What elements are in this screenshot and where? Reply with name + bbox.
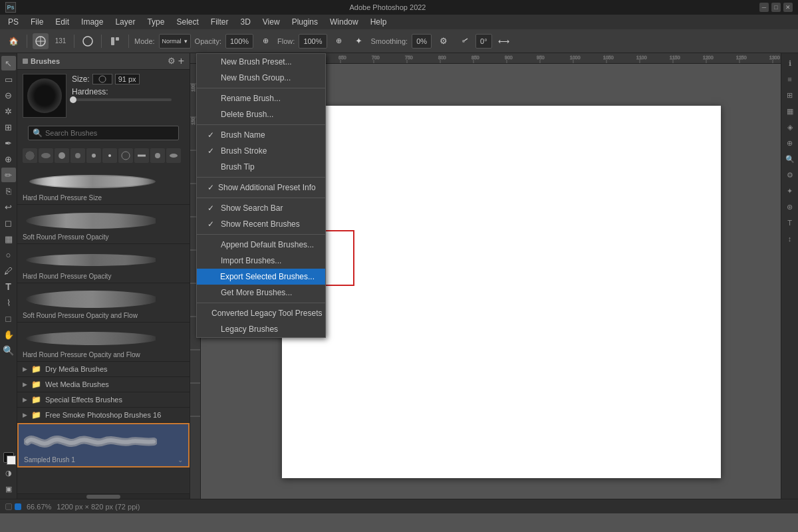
minimize-button[interactable]: ─ <box>759 3 769 12</box>
right-tool-10[interactable]: ⊛ <box>783 200 797 214</box>
ctx-delete-brush[interactable]: Delete Brush... <box>197 106 325 122</box>
lasso-tool[interactable]: ⊖ <box>1 88 16 102</box>
menu-image[interactable]: Image <box>76 16 108 28</box>
gradient-tool[interactable]: ▦ <box>1 231 16 246</box>
brush-icon-5[interactable] <box>86 148 101 163</box>
crop-tool[interactable]: ⊞ <box>1 120 16 134</box>
path-tool[interactable]: ⌇ <box>1 295 16 310</box>
brush-options-icon[interactable] <box>107 33 123 49</box>
angle-value[interactable]: 0° <box>475 34 492 49</box>
brush-item-5[interactable]: Hard Round Pressure Opacity and Flow <box>17 323 190 362</box>
right-tool-8[interactable]: ⚙ <box>783 168 797 182</box>
close-button[interactable]: ✕ <box>783 3 793 12</box>
brush-icon-1[interactable] <box>23 148 37 163</box>
magic-wand-tool[interactable]: ✲ <box>1 104 16 118</box>
menu-help[interactable]: Help <box>365 16 392 28</box>
ctx-rename-brush[interactable]: Rename Brush... <box>197 90 325 106</box>
menu-3d[interactable]: 3D <box>235 16 255 28</box>
brush-item-3[interactable]: Hard Round Pressure Opacity <box>17 244 190 283</box>
pen-tool[interactable]: 🖊 <box>1 263 16 278</box>
mode-dropdown[interactable]: Normal ▾ <box>159 34 191 49</box>
ctx-show-recent[interactable]: ✓ Show Recent Brushes <box>197 216 325 232</box>
hardness-track[interactable] <box>72 98 172 101</box>
brush-size-icon[interactable]: 131 <box>53 33 68 49</box>
right-tool-info[interactable]: ℹ <box>783 56 797 70</box>
brush-item-4[interactable]: Soft Round Pressure Opacity and Flow <box>17 283 190 323</box>
shape-tool[interactable]: □ <box>1 311 16 326</box>
ctx-brush-stroke[interactable]: ✓ Brush Stroke <box>197 143 325 159</box>
brush-icon-3[interactable] <box>55 148 69 163</box>
ctx-new-brush-group[interactable]: New Brush Group... <box>197 70 325 86</box>
clone-stamp-tool[interactable]: ⎘ <box>1 184 16 198</box>
opacity-pressure-icon[interactable]: ⊕ <box>257 33 273 49</box>
brushes-scroll-thumb[interactable] <box>86 495 121 499</box>
brush-icon-9[interactable] <box>150 148 165 163</box>
screen-mode-tool[interactable]: ▣ <box>1 481 16 496</box>
eyedropper-tool[interactable]: ✒ <box>1 136 16 150</box>
ctx-new-brush-preset[interactable]: New Brush Preset... <box>197 54 325 70</box>
eraser-tool[interactable]: ◻ <box>1 215 16 230</box>
right-tool-4[interactable]: ▦ <box>783 104 797 118</box>
brush-icon-4[interactable] <box>70 148 85 163</box>
flow-pressure-icon[interactable]: ⊕ <box>331 33 347 49</box>
symmetry-icon[interactable]: ⟷ <box>496 33 512 49</box>
brush-group-wet[interactable]: ▶ 📁 Wet Media Brushes <box>17 377 190 392</box>
ctx-legacy-brushes[interactable]: Legacy Brushes <box>197 321 325 337</box>
smoothing-options-icon[interactable]: ⚙ <box>436 33 452 49</box>
menu-file[interactable]: File <box>25 16 49 28</box>
brush-icon-2[interactable] <box>39 148 53 163</box>
brushes-collapse-icon[interactable] <box>23 59 28 64</box>
right-tool-6[interactable]: ⊕ <box>783 136 797 150</box>
airbrush-icon[interactable]: ✦ <box>351 33 367 49</box>
brush-item-1[interactable]: Hard Round Pressure Size <box>17 166 190 205</box>
right-tool-12[interactable]: ↕ <box>783 231 797 246</box>
menu-view[interactable]: View <box>257 16 285 28</box>
foreground-color[interactable] <box>3 452 14 463</box>
move-tool[interactable]: ↖ <box>1 56 16 70</box>
brushes-scrollbar[interactable] <box>17 493 190 499</box>
hardness-thumb[interactable] <box>70 96 76 103</box>
ctx-brush-tip[interactable]: Brush Tip <box>197 159 325 175</box>
brush-icon-7[interactable] <box>118 148 133 163</box>
right-tool-7[interactable]: 🔍 <box>783 152 797 166</box>
ctx-get-more[interactable]: Get More Brushes... <box>197 285 325 301</box>
size-value[interactable]: 91 px <box>115 74 140 84</box>
brush-item-sampled-1[interactable]: Sampled Brush 1 ⌄ <box>17 423 190 467</box>
menu-layer[interactable]: Layer <box>110 16 140 28</box>
brush-item-2[interactable]: Soft Round Pressure Opacity <box>17 205 190 244</box>
menu-filter[interactable]: Filter <box>205 16 234 28</box>
ctx-brush-name[interactable]: ✓ Brush Name <box>197 127 325 143</box>
type-tool[interactable]: T <box>1 279 16 294</box>
right-tool-3[interactable]: ⊞ <box>783 88 797 102</box>
brush-group-dry[interactable]: ▶ 📁 Dry Media Brushes <box>17 362 190 377</box>
flow-value[interactable]: 100% <box>299 34 327 49</box>
menu-ps[interactable]: PS <box>3 16 24 28</box>
drawing-canvas[interactable] <box>282 106 721 478</box>
menu-window[interactable]: Window <box>325 16 364 28</box>
ctx-show-additional[interactable]: ✓ Show Additional Preset Info <box>197 180 325 196</box>
brush-tool[interactable]: ✏ <box>1 168 16 182</box>
ctx-show-search[interactable]: ✓ Show Search Bar <box>197 200 325 216</box>
maximize-button[interactable]: □ <box>771 3 781 12</box>
dodge-tool[interactable]: ○ <box>1 247 16 262</box>
brush-icon-10[interactable] <box>166 148 181 163</box>
opacity-value[interactable]: 100% <box>225 34 253 49</box>
brush-icon-8[interactable] <box>134 148 149 163</box>
angle-icon[interactable] <box>456 33 471 49</box>
ctx-import-brushes[interactable]: Import Brushes... <box>197 253 325 269</box>
brush-group-smoke[interactable]: ▶ 📁 Free Smoke Photoshop Brushes 16 <box>17 408 190 423</box>
menu-type[interactable]: Type <box>142 16 170 28</box>
right-tool-5[interactable]: ◈ <box>783 120 797 134</box>
hand-tool[interactable]: ✋ <box>1 327 16 342</box>
brush-icon-6[interactable] <box>102 148 117 163</box>
size-icon[interactable] <box>92 74 112 84</box>
ctx-export-selected[interactable]: Export Selected Brushes... <box>197 269 325 285</box>
menu-edit[interactable]: Edit <box>50 16 74 28</box>
quick-mask-tool[interactable]: ◑ <box>1 466 16 480</box>
right-tool-9[interactable]: ✦ <box>783 184 797 198</box>
search-brushes-input[interactable] <box>45 129 174 137</box>
status-icon-1[interactable] <box>5 503 12 510</box>
menu-select[interactable]: Select <box>171 16 203 28</box>
brush-scroll-indicator[interactable]: ⌄ <box>178 456 183 464</box>
ctx-converted-legacy[interactable]: Converted Legacy Tool Presets <box>197 305 325 321</box>
